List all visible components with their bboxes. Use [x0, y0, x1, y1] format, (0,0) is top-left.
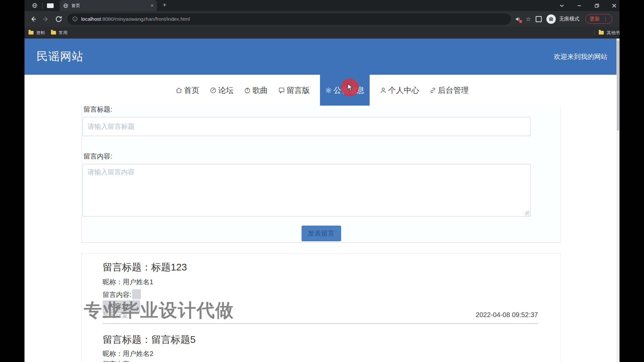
- nav-item-message-board[interactable]: 留言版: [278, 75, 310, 106]
- tab-separator: [42, 3, 43, 9]
- folder-icon: [599, 31, 604, 35]
- other-bookmarks[interactable]: 其他书签: [594, 30, 620, 36]
- announcement-icon: [325, 87, 332, 94]
- folder-icon: [29, 31, 34, 35]
- watermark-text: 专业毕业设计代做: [84, 298, 234, 323]
- scrollbar-thumb[interactable]: [617, 40, 619, 131]
- nav-item-profile[interactable]: 个人中心: [380, 75, 419, 106]
- web-page: 民谣网站 欢迎来到我的网站 首页 论坛 歌曲 留言版 公告信息: [24, 39, 620, 362]
- page-scrollbar[interactable]: [616, 39, 620, 362]
- tab-strip: 首页 × +: [24, 0, 620, 11]
- content-label: 留言内容:: [103, 291, 131, 298]
- nav-label: 个人中心: [388, 85, 419, 96]
- message-title: 留言标题：留言标题5: [103, 333, 196, 347]
- nav-label: 首页: [184, 85, 200, 96]
- tab-close-icon[interactable]: ×: [151, 3, 154, 8]
- minimize-button[interactable]: [577, 3, 582, 8]
- back-button[interactable]: [29, 15, 37, 23]
- browser-window: 首页 × + localhost:8080/minyaowangzhan/fro…: [24, 0, 620, 362]
- pinned-tab-icon[interactable]: [47, 3, 54, 8]
- admin-link-icon: [429, 87, 436, 94]
- new-tab-button[interactable]: +: [163, 1, 166, 9]
- message-title-value: 标题123: [151, 262, 187, 273]
- message-content-row: 留言内容:: [103, 290, 141, 299]
- message-title-input[interactable]: [83, 117, 531, 136]
- message-nickname: 昵称：用户姓名2: [103, 349, 153, 358]
- home-icon: [175, 87, 182, 94]
- message-board-icon: [278, 87, 285, 94]
- extension-icon[interactable]: [515, 16, 521, 22]
- tab-favicon-globe-icon: [63, 3, 68, 8]
- message-divider: [103, 323, 538, 324]
- incognito-label: 无痕模式: [559, 16, 579, 22]
- browser-menu-icon[interactable]: ⋮: [603, 17, 608, 21]
- nickname-value: 用户姓名1: [123, 278, 153, 286]
- nickname-value: 用户姓名2: [123, 350, 153, 357]
- site-header: 民谣网站 欢迎来到我的网站: [24, 39, 620, 75]
- welcome-text: 欢迎来到我的网站: [554, 52, 607, 61]
- nav-label: 歌曲: [253, 85, 268, 96]
- bookmark-label: 资料: [36, 30, 45, 36]
- message-title: 留言标题：标题123: [103, 261, 187, 274]
- bookmarks-separator: [594, 30, 594, 36]
- site-nav: 首页 论坛 歌曲 留言版 公告信息 个人中心: [24, 75, 620, 106]
- nav-label: 后台管理: [438, 85, 469, 96]
- restore-button[interactable]: [594, 3, 599, 8]
- active-tab[interactable]: 首页 ×: [60, 0, 157, 11]
- extension-badge: [519, 20, 522, 23]
- nav-label: 论坛: [218, 85, 234, 96]
- message-title-value: 留言标题5: [151, 334, 196, 345]
- message-content-label: 留言内容:: [84, 152, 112, 161]
- submit-message-button[interactable]: 发表留言: [302, 226, 341, 241]
- site-brand: 民谣网站: [37, 49, 84, 64]
- globe-icon[interactable]: [32, 3, 38, 8]
- message-nickname: 昵称：用户姓名1: [103, 278, 153, 287]
- incognito-icon: [546, 14, 556, 24]
- url-host: localhost: [81, 16, 101, 22]
- song-icon: [244, 87, 251, 94]
- message-date: 2022-04-08 09:52:37: [476, 311, 538, 319]
- browser-toolbar: localhost:8080/minyaowangzhan/front/inde…: [24, 11, 620, 27]
- nickname-label: 昵称：: [103, 350, 123, 357]
- message-title-prefix: 留言标题：: [103, 334, 151, 345]
- forum-icon: [210, 87, 217, 94]
- nav-item-forum[interactable]: 论坛: [210, 75, 234, 106]
- nickname-label: 昵称：: [103, 278, 123, 286]
- message-title-prefix: 留言标题：: [103, 262, 151, 273]
- url-bar[interactable]: localhost:8080/minyaowangzhan/front/inde…: [67, 13, 511, 25]
- content-label: 留言内容:: [103, 360, 131, 362]
- bookmark-item[interactable]: 资料: [29, 30, 45, 36]
- nav-item-admin[interactable]: 后台管理: [429, 75, 469, 106]
- user-icon: [380, 87, 387, 94]
- content-chip: [132, 289, 141, 299]
- tab-title: 首页: [71, 3, 151, 9]
- message-form-card: 留言标题: 留言内容: 发表留言: [82, 101, 561, 243]
- nav-item-home[interactable]: 首页: [175, 75, 200, 106]
- bookmark-label: 常用: [59, 30, 67, 36]
- message-title-label: 留言标题:: [84, 105, 112, 114]
- nav-label: 留言版: [287, 85, 310, 96]
- message-content-textarea[interactable]: [83, 164, 531, 217]
- update-label: 更新: [590, 16, 600, 22]
- forward-button[interactable]: [42, 15, 50, 23]
- mouse-cursor-icon: [347, 83, 355, 92]
- bookmark-star-icon[interactable]: ☆: [526, 16, 531, 22]
- textarea-resize-handle[interactable]: [525, 211, 530, 216]
- url-path: :8080/minyaowangzhan/front/index.html: [101, 16, 190, 22]
- site-info-icon[interactable]: [72, 16, 78, 22]
- close-button[interactable]: [611, 3, 617, 8]
- update-button[interactable]: 更新 ⋮: [585, 14, 612, 24]
- nav-item-song[interactable]: 歌曲: [244, 75, 268, 106]
- bookmarks-bar: 资料 常用 其他书签: [24, 27, 620, 39]
- reload-button[interactable]: [55, 15, 63, 23]
- other-bookmarks-label: 其他书签: [607, 30, 620, 36]
- tab-search-chevron-icon[interactable]: [559, 3, 565, 8]
- side-panel-icon[interactable]: [536, 16, 542, 22]
- bookmark-item[interactable]: 常用: [51, 30, 67, 36]
- folder-icon: [51, 31, 56, 35]
- message-content-row: 留言内容:: [103, 360, 131, 362]
